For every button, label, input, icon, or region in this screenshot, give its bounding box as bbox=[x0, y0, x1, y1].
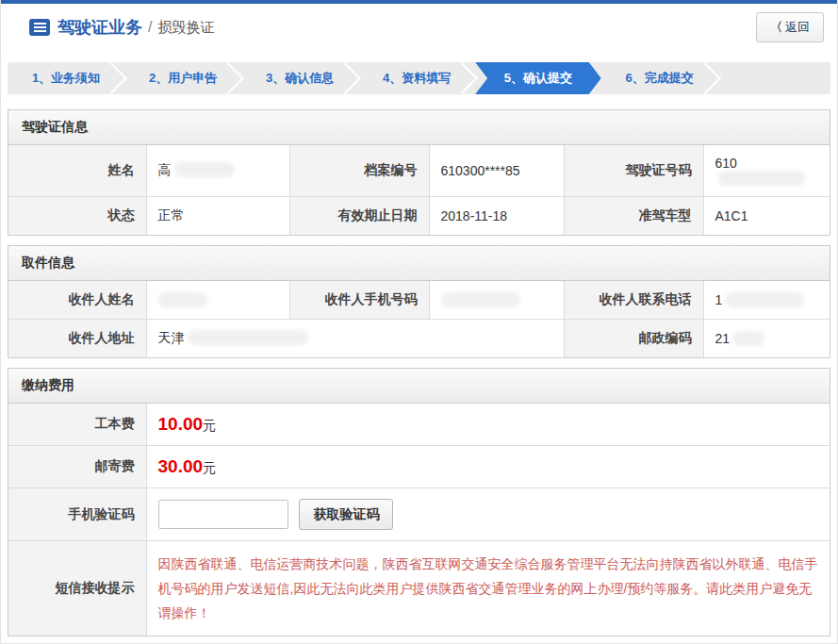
fees-table: 工本费 10.00元 邮寄费 30.00元 手机验证码 获取验证码 短信接收提示… bbox=[8, 404, 830, 636]
recipient-name-label: 收件人姓名 bbox=[8, 281, 146, 320]
file-no-value: 610300****85 bbox=[429, 145, 564, 197]
fees-title: 缴纳费用 bbox=[8, 369, 830, 404]
pickup-info-title: 取件信息 bbox=[8, 246, 830, 281]
redaction-blur bbox=[174, 162, 235, 177]
mailing-fee-unit: 元 bbox=[203, 460, 216, 475]
redaction-blur bbox=[158, 292, 207, 307]
redaction-blur bbox=[718, 171, 805, 186]
postal-code-value: 21 bbox=[703, 320, 830, 358]
step-bar-filler bbox=[718, 62, 830, 94]
license-no-label: 驾驶证号码 bbox=[564, 145, 703, 197]
redaction-blur bbox=[725, 292, 804, 307]
vehicle-class-value: A1C1 bbox=[703, 197, 830, 236]
sms-code-cell: 获取验证码 bbox=[146, 488, 830, 541]
step-4-fill-data: 4、资料填写 bbox=[358, 62, 475, 94]
production-fee-unit: 元 bbox=[203, 418, 216, 433]
file-no-label: 档案编号 bbox=[289, 145, 429, 197]
name-value: 高 bbox=[146, 145, 289, 197]
recipient-phone-text: 1 bbox=[715, 292, 723, 307]
recipient-address-value: 天津 bbox=[146, 320, 564, 358]
status-label: 状态 bbox=[8, 197, 146, 236]
step-label: 4、资料填写 bbox=[383, 71, 451, 85]
table-row: 收件人地址 天津 邮政编码 21 bbox=[8, 320, 830, 358]
step-1-business-notice: 1、业务须知 bbox=[8, 62, 124, 94]
step-label: 5、确认提交 bbox=[504, 71, 572, 85]
back-button[interactable]: 〈返回 bbox=[756, 12, 824, 42]
step-label: 3、确认信息 bbox=[266, 71, 334, 85]
table-row: 姓名 高 档案编号 610300****85 驾驶证号码 610 bbox=[8, 145, 830, 197]
table-row: 收件人姓名 收件人手机号码 收件人联系电话 1 bbox=[8, 281, 830, 320]
license-info-panel: 驾驶证信息 姓名 高 档案编号 610300****85 驾驶证号码 610 状… bbox=[8, 109, 830, 236]
step-6-complete-submit: 6、完成提交 bbox=[601, 62, 718, 94]
get-sms-code-button[interactable]: 获取验证码 bbox=[299, 499, 393, 530]
mailing-fee-value: 30.00元 bbox=[146, 446, 830, 488]
license-info-table: 姓名 高 档案编号 610300****85 驾驶证号码 610 状态 正常 有… bbox=[8, 145, 830, 235]
step-label: 6、完成提交 bbox=[626, 71, 694, 85]
page-title: 驾驶证业务 bbox=[58, 16, 142, 39]
recipient-phone-value: 1 bbox=[703, 281, 830, 320]
name-label: 姓名 bbox=[8, 145, 146, 197]
back-button-label: 返回 bbox=[785, 20, 810, 34]
pickup-info-panel: 取件信息 收件人姓名 收件人手机号码 收件人联系电话 1 收件人地址 天津 邮政… bbox=[8, 245, 830, 358]
page: 驾驶证业务 / 损毁换证 〈返回 1、业务须知 2、用户申告 3、确认信息 4、… bbox=[0, 0, 838, 644]
step-2-user-declaration: 2、用户申告 bbox=[124, 62, 241, 94]
license-card-icon bbox=[29, 19, 50, 36]
status-value: 正常 bbox=[146, 197, 289, 236]
sms-code-input[interactable] bbox=[158, 500, 288, 529]
license-info-title: 驾驶证信息 bbox=[8, 110, 830, 145]
mailing-fee-amount: 30.00 bbox=[158, 456, 204, 476]
recipient-address-label: 收件人地址 bbox=[8, 320, 146, 358]
fees-panel: 缴纳费用 工本费 10.00元 邮寄费 30.00元 手机验证码 获取验证码 短… bbox=[8, 368, 830, 636]
step-label: 1、业务须知 bbox=[32, 71, 100, 85]
step-progress-bar: 1、业务须知 2、用户申告 3、确认信息 4、资料填写 5、确认提交 6、完成提… bbox=[8, 62, 830, 94]
production-fee-value: 10.00元 bbox=[146, 404, 830, 446]
recipient-phone-label: 收件人联系电话 bbox=[564, 281, 703, 320]
license-no-value: 610 bbox=[703, 145, 830, 197]
pickup-info-table: 收件人姓名 收件人手机号码 收件人联系电话 1 收件人地址 天津 邮政编码 21 bbox=[8, 281, 830, 357]
production-fee-amount: 10.00 bbox=[158, 414, 204, 434]
sms-code-label: 手机验证码 bbox=[8, 488, 146, 541]
vehicle-class-label: 准驾车型 bbox=[564, 197, 703, 236]
mailing-fee-label: 邮寄费 bbox=[8, 446, 146, 488]
valid-until-value: 2018-11-18 bbox=[429, 197, 564, 236]
sms-notice-text: 因陕西省联通、电信运营商技术问题，陕西省互联网交通安全综合服务管理平台无法向持陕… bbox=[146, 541, 830, 636]
license-no-value-text: 610 bbox=[715, 156, 737, 171]
page-header: 驾驶证业务 / 损毁换证 〈返回 bbox=[1, 4, 837, 51]
name-value-text: 高 bbox=[158, 162, 172, 177]
redaction-blur bbox=[441, 292, 520, 307]
breadcrumb-current: 损毁换证 bbox=[157, 19, 214, 37]
table-row: 邮寄费 30.00元 bbox=[8, 446, 830, 488]
recipient-address-text: 天津 bbox=[158, 330, 185, 345]
recipient-name-value bbox=[146, 281, 289, 320]
step-3-confirm-info: 3、确认信息 bbox=[241, 62, 358, 94]
redaction-blur bbox=[732, 331, 764, 346]
redaction-blur bbox=[188, 330, 308, 345]
postal-code-text: 21 bbox=[715, 331, 731, 346]
chevron-left-icon: 〈 bbox=[770, 20, 782, 34]
breadcrumb-separator: / bbox=[148, 19, 152, 36]
sms-notice-label: 短信接收提示 bbox=[8, 541, 146, 636]
step-5-confirm-submit-active: 5、确认提交 bbox=[475, 62, 601, 94]
table-row: 手机验证码 获取验证码 bbox=[8, 488, 830, 541]
table-row: 短信接收提示 因陕西省联通、电信运营商技术问题，陕西省互联网交通安全综合服务管理… bbox=[8, 541, 830, 636]
table-row: 工本费 10.00元 bbox=[8, 404, 830, 446]
table-row: 状态 正常 有效期止日期 2018-11-18 准驾车型 A1C1 bbox=[8, 197, 830, 236]
postal-code-label: 邮政编码 bbox=[564, 320, 703, 358]
production-fee-label: 工本费 bbox=[8, 404, 146, 446]
valid-until-label: 有效期止日期 bbox=[289, 197, 429, 236]
recipient-mobile-label: 收件人手机号码 bbox=[289, 281, 429, 320]
recipient-mobile-value bbox=[429, 281, 564, 320]
step-label: 2、用户申告 bbox=[149, 71, 217, 85]
